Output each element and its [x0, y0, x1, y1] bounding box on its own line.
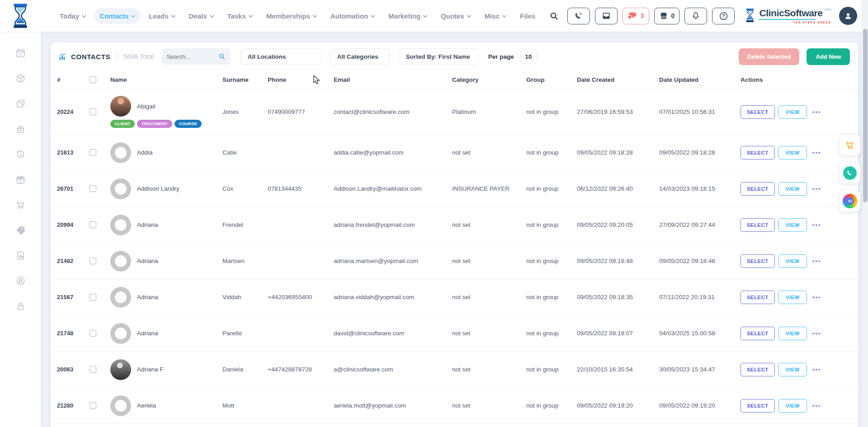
nav-item-memberships[interactable]: Memberships	[261, 8, 322, 24]
col-email[interactable]: Email	[334, 76, 452, 83]
col-group[interactable]: Group	[526, 76, 577, 83]
col-id[interactable]: #	[57, 76, 90, 83]
nav-item-marketing[interactable]: Marketing	[383, 8, 433, 24]
contact-name-cell[interactable]: Aeriela	[110, 395, 222, 416]
col-name[interactable]: Name	[110, 76, 222, 83]
row-checkbox[interactable]	[90, 402, 96, 409]
whatsapp-widget[interactable]	[840, 163, 860, 183]
more-actions-button[interactable]: •••	[812, 185, 821, 192]
basket-download-icon[interactable]	[15, 124, 26, 134]
scrollbar-thumb[interactable]	[863, 29, 868, 202]
cart-widget[interactable]	[840, 135, 860, 155]
contact-name-cell[interactable]: Adriana F	[110, 359, 222, 380]
add-new-button[interactable]: Add New	[807, 48, 850, 65]
scrollbar-track[interactable]	[862, 0, 868, 427]
ai-widget[interactable]: AI	[840, 191, 860, 211]
chat-button[interactable]: 3	[623, 8, 649, 24]
nav-item-contacts[interactable]: Contacts	[94, 8, 141, 24]
more-actions-button[interactable]: •••	[812, 149, 821, 156]
view-button[interactable]: VIEW	[778, 291, 807, 304]
row-checkbox[interactable]	[90, 258, 96, 264]
locations-filter[interactable]: All Locations	[241, 48, 322, 65]
contact-name-cell[interactable]: AbigailCLIENTTREATMENTCOURSE	[110, 96, 222, 128]
user-avatar[interactable]	[839, 7, 857, 25]
select-button[interactable]: SELECT	[741, 254, 775, 268]
view-button[interactable]: VIEW	[778, 327, 807, 340]
view-button[interactable]: VIEW	[778, 254, 807, 268]
select-button[interactable]: SELECT	[741, 291, 775, 304]
cart-icon[interactable]	[15, 200, 26, 210]
more-actions-button[interactable]: •••	[812, 108, 821, 115]
select-button[interactable]: SELECT	[741, 218, 775, 232]
row-checkbox[interactable]	[90, 185, 96, 192]
brand-logo[interactable]: ClinicSoftware .com TEN STEPS AHEAD	[744, 8, 831, 24]
lock-icon[interactable]	[15, 301, 26, 311]
row-checkbox[interactable]	[90, 330, 96, 337]
sort-filter[interactable]: Sorted By: First Name	[399, 48, 478, 65]
nav-item-quotes[interactable]: Quotes	[435, 8, 476, 24]
row-checkbox[interactable]	[90, 294, 96, 300]
inbox-button[interactable]	[595, 8, 618, 24]
row-checkbox[interactable]	[90, 149, 96, 156]
categories-filter[interactable]: All Categories	[330, 48, 390, 65]
search-input[interactable]	[167, 53, 216, 60]
row-checkbox[interactable]	[90, 221, 96, 228]
contact-name-cell[interactable]: Adriana	[110, 215, 222, 235]
contact-name-cell[interactable]: Adriana	[110, 287, 222, 308]
view-button[interactable]: VIEW	[778, 146, 807, 160]
col-updated[interactable]: Date Updated	[659, 76, 741, 83]
view-button[interactable]: VIEW	[778, 399, 807, 413]
select-button[interactable]: SELECT	[741, 146, 775, 160]
more-actions-button[interactable]: •••	[812, 366, 821, 373]
col-created[interactable]: Date Created	[577, 76, 659, 83]
nav-item-today[interactable]: Today	[54, 8, 91, 24]
per-page-value[interactable]: 10	[520, 49, 537, 64]
nav-item-misc[interactable]: Misc	[479, 8, 512, 24]
view-button[interactable]: VIEW	[778, 218, 807, 232]
nav-item-deals[interactable]: Deals	[184, 8, 219, 24]
nav-item-leads[interactable]: Leads	[143, 8, 180, 24]
col-surname[interactable]: Surname	[222, 76, 268, 83]
nav-item-automation[interactable]: Automation	[325, 8, 380, 24]
row-checkbox[interactable]	[90, 108, 96, 115]
contact-name-cell[interactable]: Addison Landry	[110, 178, 222, 199]
select-all-checkbox[interactable]	[90, 76, 96, 83]
package-icon[interactable]	[15, 73, 26, 84]
more-actions-button[interactable]: •••	[812, 294, 821, 300]
row-checkbox[interactable]	[90, 366, 96, 373]
gift-icon[interactable]	[15, 174, 26, 185]
account-lock-icon[interactable]	[15, 276, 26, 286]
more-actions-button[interactable]: •••	[812, 258, 821, 264]
select-button[interactable]: SELECT	[741, 182, 775, 196]
select-button[interactable]: SELECT	[741, 399, 775, 413]
more-actions-button[interactable]: •••	[812, 330, 821, 337]
store-button[interactable]: 0	[654, 8, 680, 24]
history-icon[interactable]	[15, 149, 26, 160]
calendar-12-icon[interactable]: 12	[15, 48, 26, 58]
contact-name-cell[interactable]: Adriana	[110, 323, 222, 344]
search-icon[interactable]	[549, 11, 559, 21]
nav-item-files[interactable]: Files	[514, 8, 541, 24]
contact-name-cell[interactable]: Adriana	[110, 251, 222, 272]
view-button[interactable]: VIEW	[778, 105, 807, 119]
view-button[interactable]: VIEW	[778, 363, 807, 376]
notifications-button[interactable]	[684, 8, 707, 24]
select-button[interactable]: SELECT	[741, 363, 775, 376]
help-button[interactable]: ?	[712, 8, 735, 24]
col-category[interactable]: Category	[452, 76, 526, 83]
select-button[interactable]: SELECT	[741, 105, 775, 119]
more-actions-button[interactable]: •••	[812, 221, 821, 228]
select-button[interactable]: SELECT	[741, 327, 775, 340]
magnifier-icon[interactable]	[218, 53, 226, 60]
nav-item-tasks[interactable]: Tasks	[222, 8, 258, 24]
app-logo-icon[interactable]	[10, 3, 31, 29]
more-actions-button[interactable]: •••	[812, 402, 821, 409]
contact-name-cell[interactable]: Addia	[110, 142, 222, 163]
report-icon[interactable]	[15, 250, 26, 261]
col-phone[interactable]: Phone	[268, 76, 334, 83]
tag-icon[interactable]	[15, 225, 26, 235]
phone-button[interactable]	[567, 8, 590, 24]
copy-squares-icon[interactable]	[15, 99, 26, 109]
delete-selected-button[interactable]: Delete Selected	[739, 48, 799, 65]
view-button[interactable]: VIEW	[778, 182, 807, 196]
